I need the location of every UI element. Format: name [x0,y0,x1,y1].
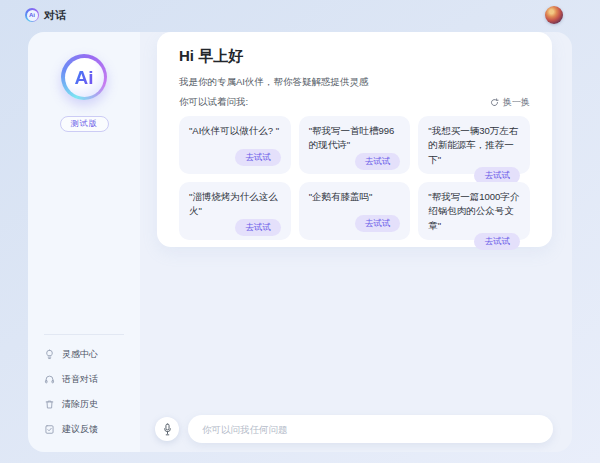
sidebar-divider [44,334,124,335]
mic-icon [162,423,173,436]
suggestion-card: "淄博烧烤为什么这么火" 去试试 [179,182,291,240]
beta-badge: 测试版 [60,116,109,132]
mic-button[interactable] [155,417,179,441]
refresh-button[interactable]: 换一换 [490,96,530,109]
sidebar-item-clear-history[interactable]: 清除历史 [44,392,140,417]
sidebar-item-label: 语音对话 [62,373,98,386]
suggestion-text: "企鹅有膝盖吗" [309,190,401,204]
lightbulb-icon [44,349,55,360]
sidebar-menu: 灵感中心 语音对话 [28,334,140,452]
ai-logo-bubble: Ai [65,58,104,97]
suggestion-grid: "AI伙伴可以做什么? " 去试试 "帮我写一首吐槽996的现代诗" 去试试 "… [179,116,530,240]
ai-logo-text: Ai [75,68,94,87]
suggestion-card: "企鹅有膝盖吗" 去试试 [299,182,411,240]
brand: Ai 对话 [25,8,66,23]
app-logo-icon: Ai [25,8,39,22]
suggestion-text: "我想买一辆30万左右的新能源车，推荐一下" [428,124,520,167]
header: Ai 对话 [0,0,600,30]
sidebar-item-voice-chat[interactable]: 语音对话 [44,367,140,392]
refresh-label: 换一换 [503,96,530,109]
suggestion-text: "淄博烧烤为什么这么火" [189,190,281,219]
sidebar-item-feedback[interactable]: 建议反馈 [44,417,140,442]
prompt-hint: 你可以试着问我: [179,96,248,109]
app-body: Ai 测试版 灵感中心 [28,32,572,452]
greeting-subtitle: 我是你的专属AI伙伴，帮你答疑解惑提供灵感 [179,76,530,89]
suggestion-card: "AI伙伴可以做什么? " 去试试 [179,116,291,174]
sidebar-item-label: 建议反馈 [62,423,98,436]
page-title: 对话 [44,8,66,23]
suggestion-card: "我想买一辆30万左右的新能源车，推荐一下" 去试试 [418,116,530,174]
app-logo-text: Ai [27,10,38,21]
feedback-icon [44,424,55,435]
sidebar-item-inspiration[interactable]: 灵感中心 [44,342,140,367]
refresh-icon [490,98,499,107]
try-button[interactable]: 去试试 [474,233,520,250]
trash-icon [44,399,55,410]
hint-row: 你可以试着问我: 换一换 [179,96,530,109]
try-button[interactable]: 去试试 [355,215,401,232]
user-avatar[interactable] [545,6,563,24]
suggestion-text: "帮我写一篇1000字介绍锅包肉的公众号文章" [428,190,520,233]
ai-logo-icon: Ai [61,54,107,100]
sidebar-item-label: 灵感中心 [62,348,98,361]
headset-icon [44,374,55,385]
sidebar: Ai 测试版 灵感中心 [28,32,140,452]
suggestion-text: "帮我写一首吐槽996的现代诗" [309,124,401,153]
greeting-title: Hi 早上好 [179,47,530,66]
try-button[interactable]: 去试试 [355,153,401,170]
app-window: Ai 对话 Ai 测试版 [0,0,600,463]
input-bar [155,415,553,443]
welcome-panel: Hi 早上好 我是你的专属AI伙伴，帮你答疑解惑提供灵感 你可以试着问我: 换一… [157,32,552,247]
try-button[interactable]: 去试试 [235,149,281,166]
suggestion-card: "帮我写一首吐槽996的现代诗" 去试试 [299,116,411,174]
suggestion-text: "AI伙伴可以做什么? " [189,124,281,138]
try-button[interactable]: 去试试 [235,219,281,236]
sidebar-item-label: 清除历史 [62,398,98,411]
chat-input[interactable] [188,415,553,443]
suggestion-card: "帮我写一篇1000字介绍锅包肉的公众号文章" 去试试 [418,182,530,240]
main-area: Hi 早上好 我是你的专属AI伙伴，帮你答疑解惑提供灵感 你可以试着问我: 换一… [140,32,572,452]
